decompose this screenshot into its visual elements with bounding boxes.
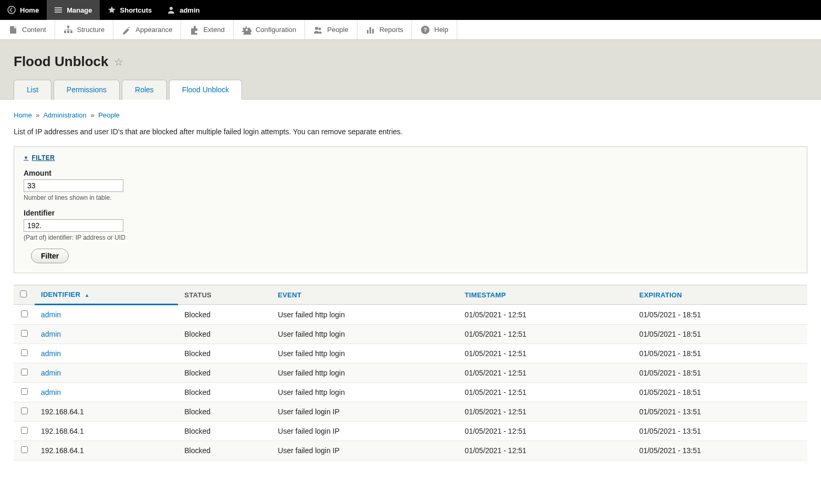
row-checkbox-cell (14, 325, 35, 344)
row-checkbox[interactable] (21, 330, 28, 337)
svg-rect-13 (370, 27, 371, 34)
page-title: Flood Unblock (14, 53, 109, 70)
admin-menu-content-label: Content (22, 26, 46, 34)
sort-asc-icon: ▲ (85, 293, 89, 298)
row-timestamp: 01/05/2021 - 12:51 (458, 383, 633, 402)
row-checkbox[interactable] (21, 369, 28, 376)
row-checkbox[interactable] (21, 446, 28, 453)
identifier-input[interactable] (24, 219, 123, 232)
admin-menu-structure[interactable]: Structure (55, 20, 114, 39)
admin-menu-reports[interactable]: Reports (357, 20, 413, 39)
filter-button[interactable]: Filter (31, 249, 69, 263)
row-timestamp: 01/05/2021 - 12:51 (458, 305, 633, 325)
row-checkbox[interactable] (21, 349, 28, 356)
admin-menu-extend[interactable]: Extend (181, 20, 233, 39)
svg-rect-3 (55, 12, 62, 13)
identifier-link[interactable]: admin (41, 349, 61, 358)
tab-list[interactable]: List (14, 80, 51, 100)
breadcrumb-home[interactable]: Home (14, 111, 32, 119)
identifier-link[interactable]: admin (41, 330, 61, 338)
row-event: User failed http login (271, 325, 458, 344)
tab-flood-unblock[interactable]: Flood Unblock (169, 80, 243, 100)
toolbar-manage-label: Manage (67, 6, 92, 14)
breadcrumb-administration[interactable]: Administration (43, 111, 86, 119)
user-icon (167, 6, 175, 14)
col-event[interactable]: EVENT (271, 285, 458, 305)
admin-menu-reports-label: Reports (380, 26, 404, 34)
filter-legend-label: FILTER (31, 154, 55, 162)
row-checkbox[interactable] (21, 388, 28, 395)
select-all-checkbox[interactable] (20, 291, 27, 297)
toolbar-home-label: Home (20, 6, 39, 14)
admin-menu-content[interactable]: Content (0, 20, 55, 39)
row-expiration: 01/05/2021 - 18:51 (633, 325, 807, 344)
col-timestamp-label[interactable]: TIMESTAMP (465, 291, 506, 299)
identifier-link[interactable]: admin (41, 310, 61, 319)
svg-rect-1 (55, 7, 62, 8)
toolbar-user[interactable]: admin (160, 0, 207, 20)
hamburger-icon (54, 6, 62, 14)
svg-text:?: ? (424, 27, 427, 33)
toolbar-home[interactable]: Home (0, 0, 47, 20)
breadcrumb-sep: » (36, 111, 39, 119)
table-row: adminBlockedUser failed http login01/05/… (14, 305, 807, 325)
identifier-label: Identifier (24, 209, 797, 217)
row-event: User failed login IP (271, 402, 458, 422)
row-checkbox[interactable] (21, 427, 28, 434)
col-identifier-label[interactable]: IDENTIFIER (41, 291, 80, 298)
help-icon: ? (420, 25, 430, 35)
row-checkbox[interactable] (21, 310, 28, 317)
toolbar-manage[interactable]: Manage (47, 0, 100, 20)
admin-menu-help[interactable]: ? Help (412, 20, 457, 39)
row-timestamp: 01/05/2021 - 12:51 (458, 441, 633, 460)
content-icon (8, 25, 18, 35)
table-row: 192.168.64.1BlockedUser failed login IP0… (14, 402, 807, 422)
row-checkbox-cell (14, 305, 35, 325)
identifier-link[interactable]: admin (41, 369, 61, 377)
favorite-star-icon[interactable]: ☆ (114, 56, 123, 68)
toolbar-shortcuts-label: Shortcuts (120, 6, 152, 14)
filter-legend[interactable]: ▼ FILTER (24, 154, 797, 162)
admin-menu-configuration[interactable]: Configuration (234, 20, 305, 39)
main-content: Home » Administration » People List of I… (0, 100, 821, 472)
svg-point-10 (315, 27, 318, 30)
row-event: User failed http login (271, 344, 458, 363)
table-row: adminBlockedUser failed http login01/05/… (14, 344, 807, 363)
row-status: Blocked (178, 325, 271, 344)
col-identifier[interactable]: IDENTIFIER ▲ (35, 285, 178, 305)
col-timestamp[interactable]: TIMESTAMP (458, 285, 633, 305)
row-checkbox-cell (14, 422, 35, 441)
page-header: Flood Unblock ☆ List Permissions Roles F… (0, 40, 821, 100)
row-status: Blocked (178, 422, 271, 441)
reports-icon (366, 25, 375, 35)
admin-menu-appearance[interactable]: Appearance (113, 20, 181, 39)
tab-permissions[interactable]: Permissions (54, 80, 120, 100)
col-expiration-label[interactable]: EXPIRATION (639, 291, 682, 299)
row-timestamp: 01/05/2021 - 12:51 (458, 363, 633, 383)
admin-menu-people[interactable]: People (305, 20, 357, 39)
row-status: Blocked (178, 305, 271, 325)
table-row: 192.168.64.1BlockedUser failed login IP0… (14, 441, 807, 460)
toolbar-shortcuts[interactable]: Shortcuts (100, 0, 160, 20)
configuration-icon (242, 25, 251, 35)
identifier-link[interactable]: admin (41, 388, 61, 396)
tab-roles[interactable]: Roles (122, 80, 167, 100)
col-event-label[interactable]: EVENT (278, 291, 301, 299)
row-expiration: 01/05/2021 - 18:51 (633, 363, 807, 383)
col-status: STATUS (178, 285, 271, 305)
admin-menu-appearance-label: Appearance (135, 26, 172, 34)
row-event: User failed login IP (271, 422, 458, 441)
back-icon (7, 6, 16, 14)
row-checkbox-cell (14, 402, 35, 422)
amount-input[interactable] (24, 179, 123, 192)
breadcrumb-people[interactable]: People (98, 111, 119, 119)
row-checkbox[interactable] (21, 408, 28, 414)
col-expiration[interactable]: EXPIRATION (633, 285, 807, 305)
row-checkbox-cell (14, 363, 35, 383)
row-event: User failed http login (271, 363, 458, 383)
row-expiration: 01/05/2021 - 18:51 (633, 344, 807, 363)
svg-rect-8 (70, 31, 72, 33)
row-status: Blocked (178, 383, 271, 402)
flood-table: IDENTIFIER ▲ STATUS EVENT TIMESTAMP EXPI… (14, 285, 807, 460)
svg-point-0 (8, 6, 15, 14)
